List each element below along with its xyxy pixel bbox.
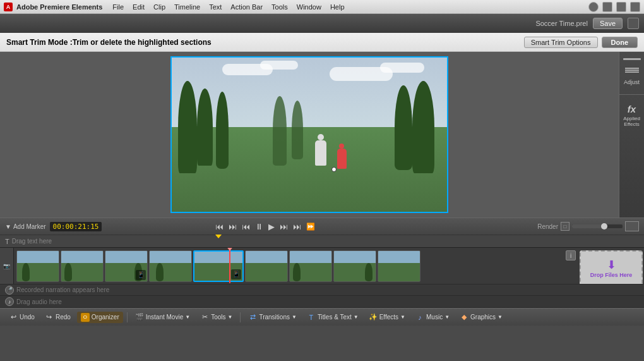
drop-zone-label: Drop Files Here bbox=[590, 272, 633, 279]
audio-track: ♪ Drag audio here bbox=[0, 296, 644, 308]
menu-window[interactable]: Window bbox=[293, 2, 325, 12]
menu-help[interactable]: Help bbox=[326, 2, 349, 12]
redo-button[interactable]: ↪ Redo bbox=[41, 312, 75, 323]
clip-3-icon: 📱 bbox=[136, 270, 146, 280]
tree-left-1 bbox=[178, 81, 197, 173]
separator-1 bbox=[127, 312, 128, 322]
smart-trim-right: Smart Trim Options Done bbox=[524, 37, 638, 48]
music-icon: ♪ bbox=[415, 313, 424, 322]
clip-1[interactable] bbox=[16, 250, 59, 282]
figure-head-2 bbox=[339, 144, 344, 149]
menu-timeline[interactable]: Timeline bbox=[170, 2, 204, 12]
info-icon[interactable]: i bbox=[566, 250, 576, 260]
microphone-icon: 🎤 bbox=[5, 286, 14, 295]
clip-2[interactable] bbox=[61, 250, 104, 282]
maximize-icon[interactable] bbox=[602, 2, 612, 12]
skip-start-button[interactable]: ⏮ bbox=[214, 222, 225, 231]
organizer-icon: O bbox=[81, 313, 90, 322]
organizer-button[interactable]: O Organizer bbox=[77, 312, 123, 323]
render-settings-icon[interactable] bbox=[625, 221, 639, 231]
tools-chevron: ▼ bbox=[227, 314, 232, 320]
clip-7[interactable] bbox=[289, 250, 332, 282]
title-bar: Soccer Time.prel Save bbox=[0, 14, 644, 33]
video-preview-container bbox=[0, 52, 619, 217]
fast-forward-button[interactable]: ⏭ bbox=[278, 222, 289, 231]
tools-button[interactable]: ✂ Tools ▼ bbox=[196, 312, 236, 323]
figure-player-2 bbox=[337, 149, 347, 169]
menu-tools[interactable]: Tools bbox=[268, 2, 292, 12]
clip-8[interactable] bbox=[333, 250, 376, 282]
main-area: Adjust fx Applied Effects bbox=[0, 52, 644, 217]
render-handle[interactable] bbox=[601, 223, 607, 229]
loop-button[interactable]: ⏩ bbox=[305, 223, 316, 231]
step-back-button[interactable]: ⏭ bbox=[227, 222, 238, 231]
clip-6[interactable] bbox=[245, 250, 288, 282]
timecode-display: 00:00:21:15 bbox=[50, 222, 102, 231]
minimize-icon[interactable] bbox=[588, 2, 599, 12]
smart-trim-title: Smart Trim Mode :Trim or delete the high… bbox=[6, 38, 212, 47]
camera-icon: 📷 bbox=[3, 263, 10, 269]
narration-track: 🎤 Recorded narration appears here bbox=[0, 285, 644, 297]
tree-right-1 bbox=[412, 81, 434, 173]
clip-5-icon: 📱 bbox=[231, 269, 241, 279]
video-content bbox=[172, 58, 447, 212]
video-track-label: 📷 bbox=[0, 248, 14, 283]
graphics-button[interactable]: ◆ Graphics ▼ bbox=[456, 312, 506, 323]
project-name: Soccer Time.prel bbox=[535, 20, 588, 27]
marker-arrow-icon: ▼ bbox=[5, 223, 11, 230]
audio-drag-label: Drag audio here bbox=[16, 298, 62, 305]
skip-end-button[interactable]: ⏭ bbox=[292, 222, 302, 231]
adjust-button[interactable]: Adjust bbox=[622, 79, 642, 85]
text-track-icon: T bbox=[5, 238, 9, 245]
render-progress-bar bbox=[572, 224, 623, 228]
menu-clip[interactable]: Clip bbox=[150, 2, 169, 12]
fx-button[interactable]: fx Applied Effects bbox=[622, 104, 642, 127]
music-button[interactable]: ♪ Music ▼ bbox=[412, 312, 453, 323]
text-track-header: T Drag text here bbox=[0, 235, 644, 248]
close-icon[interactable] bbox=[616, 2, 626, 12]
cloud-4 bbox=[380, 63, 424, 73]
fx-icon: fx bbox=[628, 104, 636, 114]
bottom-toolbar: ↩ Undo ↪ Redo O Organizer 🎬 Instant Movi… bbox=[0, 308, 644, 326]
render-icon[interactable]: □ bbox=[561, 222, 569, 231]
smart-trim-options-button[interactable]: Smart Trim Options bbox=[524, 37, 598, 48]
adjust-line-3 bbox=[625, 71, 639, 73]
playhead-marker bbox=[226, 248, 234, 251]
drop-icon: ⬇ bbox=[607, 258, 616, 272]
save-button[interactable]: Save bbox=[593, 18, 623, 29]
add-marker-button[interactable]: ▼ Add Marker bbox=[5, 223, 46, 230]
titles-button[interactable]: T Titles & Text ▼ bbox=[303, 312, 362, 323]
clip-4[interactable] bbox=[149, 250, 192, 282]
clip-3[interactable]: 📱 bbox=[105, 250, 148, 282]
render-bar-fill bbox=[572, 224, 602, 228]
transport-bar: ▼ Add Marker 00:00:21:15 ⏮ ⏭ ⏭ ⏸ ▶ ⏭ ⏭ ⏩… bbox=[0, 217, 644, 235]
titles-icon: T bbox=[307, 313, 316, 322]
rewind-button[interactable]: ⏭ bbox=[241, 222, 251, 231]
search-icon[interactable] bbox=[630, 2, 640, 12]
done-button[interactable]: Done bbox=[602, 37, 638, 48]
video-track-row: 📷 bbox=[0, 248, 644, 284]
undo-button[interactable]: ↩ Undo bbox=[5, 312, 39, 323]
menu-text[interactable]: Text bbox=[205, 2, 225, 12]
menu-file[interactable]: File bbox=[109, 2, 128, 12]
tools-icon: ✂ bbox=[200, 313, 209, 322]
pause-button[interactable]: ⏸ bbox=[254, 222, 265, 231]
clips-strip: 📱 📱 bbox=[14, 248, 644, 283]
window-icon[interactable] bbox=[628, 18, 639, 29]
play-button[interactable]: ▶ bbox=[267, 222, 276, 231]
instant-movie-button[interactable]: 🎬 Instant Movie ▼ bbox=[131, 312, 194, 323]
clip-9[interactable] bbox=[378, 250, 420, 282]
drop-zone[interactable]: ⬇ Drop Files Here bbox=[580, 250, 643, 284]
instant-movie-icon: 🎬 bbox=[135, 313, 144, 322]
menu-action-bar[interactable]: Action Bar bbox=[227, 2, 266, 12]
right-panel: Adjust fx Applied Effects bbox=[619, 52, 644, 217]
adjust-line-2 bbox=[625, 70, 639, 71]
audio-icon: ♪ bbox=[5, 297, 14, 306]
clip-5-selected[interactable]: 📱 bbox=[193, 250, 244, 282]
transitions-button[interactable]: ⇄ Transitions ▼ bbox=[244, 312, 300, 323]
instant-movie-chevron: ▼ bbox=[185, 314, 190, 320]
drag-text-label: Drag text here bbox=[12, 238, 52, 245]
menu-edit[interactable]: Edit bbox=[129, 2, 148, 12]
effects-button[interactable]: ✨ Effects ▼ bbox=[365, 312, 409, 323]
redo-icon: ↪ bbox=[45, 313, 54, 322]
